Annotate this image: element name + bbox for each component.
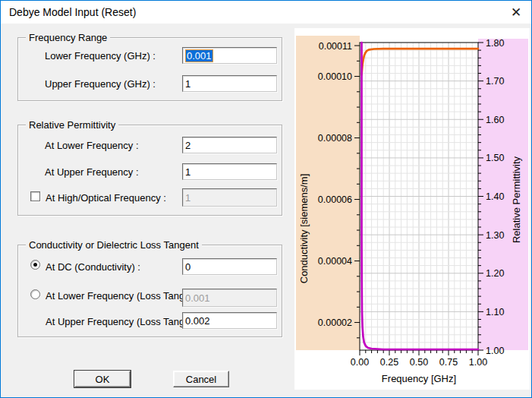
svg-text:0.00: 0.00 — [351, 357, 369, 368]
high-optical-input: 1 — [182, 188, 277, 207]
svg-text:0.00006: 0.00006 — [318, 194, 352, 205]
selected-text: 0.001 — [185, 49, 213, 62]
at-dc-input[interactable]: 0 — [182, 258, 277, 275]
input-value: 0 — [185, 261, 190, 273]
ok-button[interactable]: OK — [74, 371, 131, 387]
svg-text:1.20: 1.20 — [486, 268, 504, 279]
perm-lower-input[interactable]: 2 — [182, 137, 277, 153]
svg-text:0.00004: 0.00004 — [318, 256, 352, 267]
upper-frequency-input[interactable]: 1 — [182, 75, 277, 92]
svg-text:0.00008: 0.00008 — [318, 133, 352, 144]
dialog-title: Debye Model Input (Reset) — [9, 6, 136, 18]
group-title: Frequency Range — [26, 32, 110, 43]
svg-text:0.00010: 0.00010 — [318, 71, 352, 82]
input-value: 1 — [185, 78, 190, 90]
close-icon[interactable]: ✕ — [504, 2, 528, 22]
svg-text:1.80: 1.80 — [486, 38, 504, 49]
svg-text:0.25: 0.25 — [380, 357, 398, 368]
lower-loss-tangent-input: 0.001 — [182, 289, 277, 307]
perm-upper-label: At Upper Frequency : — [45, 167, 139, 178]
lower-loss-tangent-radio[interactable] — [30, 289, 40, 299]
svg-text:1.70: 1.70 — [486, 76, 504, 87]
input-value: 0.002 — [185, 315, 210, 327]
input-value: 2 — [185, 140, 190, 151]
perm-lower-label: At Lower Frequency : — [45, 141, 139, 151]
input-value: 1 — [185, 192, 190, 204]
svg-text:0.75: 0.75 — [439, 357, 458, 368]
input-value: 1 — [185, 166, 190, 178]
x-axis-ticks: 0.000.250.500.751.00 — [351, 350, 487, 368]
debye-chart-panel: 0.000020.000040.000060.000080.000100.000… — [294, 28, 530, 390]
group-title: Relative Permittivity — [26, 119, 118, 131]
title-bar[interactable]: Debye Model Input (Reset) ✕ — [1, 1, 531, 24]
upper-frequency-label: Upper Frequency (GHz) : — [45, 79, 156, 90]
debye-chart: 0.000020.000040.000060.000080.000100.000… — [294, 28, 530, 390]
group-title: Conductivity or Dielectric Loss Tangent — [26, 239, 202, 251]
right-axis-title: Relative Permittivity — [511, 156, 522, 243]
svg-text:1.10: 1.10 — [486, 307, 504, 317]
grid — [360, 43, 478, 350]
x-axis-title: Frequency [GHz] — [382, 373, 456, 384]
svg-text:1.60: 1.60 — [486, 115, 504, 125]
upper-loss-tangent-input[interactable]: 0.002 — [182, 312, 277, 329]
svg-text:1.00: 1.00 — [469, 357, 487, 368]
input-value: 0.001 — [185, 292, 210, 304]
high-optical-label: At High/Optical Frequency : — [46, 193, 166, 204]
svg-text:0.00002: 0.00002 — [318, 317, 352, 328]
svg-text:0.00011: 0.00011 — [319, 41, 352, 52]
lower-frequency-label: Lower Frequency (GHz) : — [45, 51, 156, 62]
debye-model-dialog: Debye Model Input (Reset) ✕ Frequency Ra… — [0, 0, 532, 398]
cancel-button[interactable]: Cancel — [173, 371, 229, 387]
left-axis-title: Conductivity [siemens/m] — [298, 174, 310, 284]
svg-text:1.40: 1.40 — [486, 191, 504, 202]
high-optical-checkbox[interactable] — [30, 191, 40, 201]
at-dc-radio[interactable] — [30, 260, 40, 270]
svg-text:1.30: 1.30 — [486, 230, 504, 241]
svg-text:0.50: 0.50 — [410, 357, 428, 368]
radio-dot — [33, 263, 37, 267]
svg-text:1.50: 1.50 — [486, 153, 504, 163]
svg-text:1.00: 1.00 — [486, 346, 504, 356]
at-dc-label: At DC (Conductivity) : — [46, 262, 140, 273]
perm-upper-input[interactable]: 1 — [182, 163, 277, 180]
lower-frequency-input[interactable]: 0.001 — [182, 47, 277, 64]
